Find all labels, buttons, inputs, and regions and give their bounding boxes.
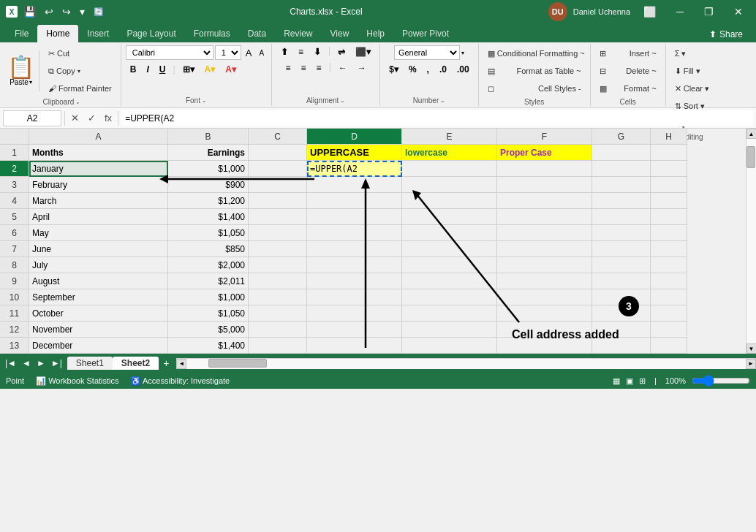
cell-d2[interactable]: =UPPER(A2 UPPER(text: [307, 161, 402, 177]
page-break-view-button[interactable]: ⊞: [639, 376, 646, 386]
align-bottom-button[interactable]: ⬇: [309, 45, 325, 58]
percent-button[interactable]: %: [404, 63, 421, 76]
col-header-c[interactable]: C: [249, 129, 307, 145]
scroll-thumb-v[interactable]: [746, 146, 755, 168]
cell-e1[interactable]: lowercase: [402, 145, 497, 161]
cell-a4[interactable]: March: [29, 193, 168, 209]
wrap-text-button[interactable]: ⇌: [333, 45, 349, 58]
conditional-formatting-button[interactable]: ▦ Conditional Formatting ~: [483, 45, 586, 61]
normal-view-button[interactable]: ▦: [613, 376, 620, 386]
tab-power-pivot[interactable]: Power Pivot: [393, 25, 458, 42]
status-accessibility[interactable]: ♿ Accessibility: Investigate: [131, 376, 230, 386]
cell-f2[interactable]: [497, 161, 592, 177]
align-right-button[interactable]: ≡: [312, 61, 326, 75]
font-size-select[interactable]: 11: [215, 45, 241, 60]
merge-button[interactable]: ⬛▾: [351, 45, 375, 58]
format-painter-button[interactable]: 🖌 Format Painter: [44, 80, 116, 96]
cell-b13[interactable]: $1,400: [168, 338, 249, 354]
restore-button[interactable]: ❐: [697, 3, 721, 20]
cancel-formula-button[interactable]: ✕: [68, 113, 82, 123]
cell-a9[interactable]: August: [29, 273, 168, 289]
font-shrink-button[interactable]: A: [256, 48, 267, 58]
cell-g1[interactable]: [592, 145, 651, 161]
cell-b1[interactable]: Earnings: [168, 145, 249, 161]
minimize-button[interactable]: ─: [669, 3, 691, 20]
cell-h2[interactable]: [651, 161, 687, 177]
fill-button[interactable]: ⬇ Fill ▾: [670, 63, 705, 79]
user-avatar[interactable]: DU: [548, 2, 567, 21]
col-header-b[interactable]: B: [168, 129, 249, 145]
cell-b8[interactable]: $2,000: [168, 257, 249, 273]
bold-button[interactable]: B: [126, 63, 141, 76]
page-layout-view-button[interactable]: ▣: [626, 376, 633, 386]
format-button[interactable]: ▦ Format ~: [595, 80, 661, 96]
align-top-button[interactable]: ⬆: [276, 45, 292, 58]
col-header-g[interactable]: G: [592, 129, 651, 145]
copy-button[interactable]: ⧉ Copy ▾: [44, 63, 116, 79]
name-box[interactable]: [3, 110, 61, 126]
cell-b2[interactable]: $1,000: [168, 161, 249, 177]
cell-a1[interactable]: Months: [29, 145, 168, 161]
sheet-scroll-next[interactable]: ►: [34, 358, 48, 368]
cell-a13[interactable]: December: [29, 338, 168, 354]
cell-styles-button[interactable]: ◻ Cell Styles -: [483, 80, 586, 96]
cell-b10[interactable]: $1,000: [168, 289, 249, 305]
tab-data[interactable]: Data: [239, 25, 275, 42]
cell-a10[interactable]: September: [29, 289, 168, 305]
cell-b9[interactable]: $2,011: [168, 273, 249, 289]
delete-button[interactable]: ⊟ Delete ~: [595, 63, 661, 79]
tab-insert[interactable]: Insert: [78, 25, 118, 42]
align-left-button[interactable]: ≡: [281, 61, 295, 75]
tab-file[interactable]: File: [6, 25, 37, 42]
cell-h1[interactable]: [651, 145, 687, 161]
sheet-tab-sheet2[interactable]: Sheet2: [113, 357, 159, 370]
tab-home[interactable]: Home: [37, 25, 78, 42]
sheet-scroll-last[interactable]: ►|: [49, 358, 64, 368]
cell-a7[interactable]: June: [29, 241, 168, 257]
add-sheet-button[interactable]: +: [159, 356, 173, 370]
cell-a6[interactable]: May: [29, 225, 168, 241]
zoom-slider[interactable]: [692, 375, 750, 387]
border-button[interactable]: ⊞▾: [178, 63, 199, 76]
font-expander[interactable]: ⌄: [202, 97, 207, 104]
scroll-up-button[interactable]: ▲: [746, 129, 757, 139]
cell-a12[interactable]: November: [29, 322, 168, 338]
clipboard-expander[interactable]: ⌄: [75, 99, 80, 105]
sheet-scroll-prev[interactable]: ◄: [20, 358, 33, 368]
cut-button[interactable]: ✂ Cut: [44, 45, 116, 61]
tab-page-layout[interactable]: Page Layout: [118, 25, 184, 42]
cell-e2[interactable]: [402, 161, 497, 177]
cell-c2[interactable]: [249, 161, 307, 177]
share-button[interactable]: ⬆ Share: [702, 26, 750, 42]
cell-a3[interactable]: February: [29, 177, 168, 193]
col-header-h[interactable]: H: [651, 129, 687, 145]
tab-help[interactable]: Help: [358, 25, 393, 42]
decrease-indent-button[interactable]: ←: [334, 61, 352, 75]
insert-function-button[interactable]: fx: [102, 113, 115, 123]
scroll-right-button[interactable]: ►: [746, 359, 756, 369]
currency-button[interactable]: $▾: [385, 63, 403, 76]
scroll-left-button[interactable]: ◄: [176, 359, 186, 369]
cell-a5[interactable]: April: [29, 209, 168, 225]
cell-b5[interactable]: $1,400: [168, 209, 249, 225]
font-name-select[interactable]: Calibri: [126, 45, 213, 60]
cell-a8[interactable]: July: [29, 257, 168, 273]
font-color-button[interactable]: A▾: [221, 63, 241, 76]
sheet-tab-sheet1[interactable]: Sheet1: [67, 357, 113, 370]
cell-a11[interactable]: October: [29, 305, 168, 322]
increase-indent-button[interactable]: →: [353, 61, 371, 75]
cell-d1[interactable]: UPPERCASE: [307, 145, 402, 161]
align-middle-button[interactable]: ≡: [294, 45, 308, 58]
cell-b12[interactable]: $5,000: [168, 322, 249, 338]
insert-button[interactable]: ⊞ Insert ~: [595, 45, 661, 61]
clear-button[interactable]: ✕ Clear ▾: [670, 80, 714, 96]
cell-b6[interactable]: $1,050: [168, 225, 249, 241]
paste-area[interactable]: 📋 Paste ▾: [7, 50, 39, 91]
scroll-thumb-h[interactable]: [208, 359, 267, 368]
autosum-button[interactable]: Σ ▾: [670, 45, 691, 61]
cell-b7[interactable]: $850: [168, 241, 249, 257]
number-format-select[interactable]: General: [394, 45, 460, 60]
cell-b4[interactable]: $1,200: [168, 193, 249, 209]
align-center-button[interactable]: ≡: [297, 61, 311, 75]
undo-button[interactable]: ↩: [42, 4, 56, 19]
